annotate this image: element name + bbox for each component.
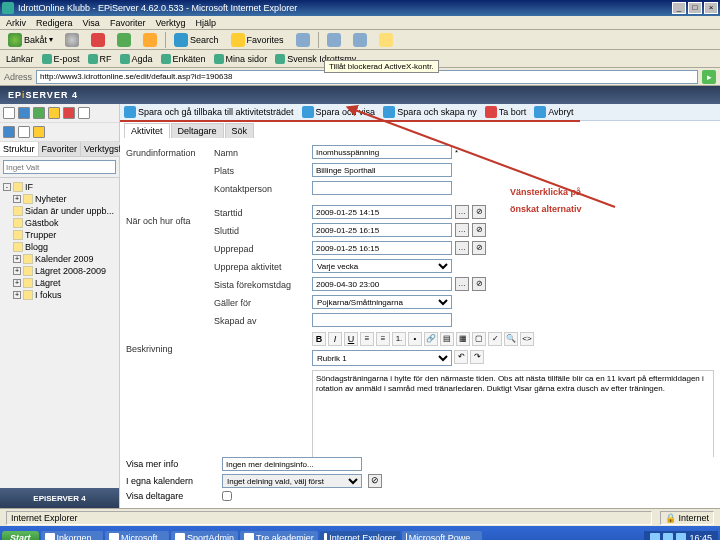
- link-button[interactable]: 🔗: [424, 332, 438, 346]
- recurrence-input[interactable]: [312, 241, 452, 255]
- tool-icon-b[interactable]: [18, 126, 30, 138]
- taskbar-button[interactable]: Microsoft...: [105, 531, 169, 540]
- clear-icon[interactable]: ⊘: [472, 277, 486, 291]
- align-center-button[interactable]: ≡: [376, 332, 390, 346]
- place-input[interactable]: [312, 163, 452, 177]
- tab-structure[interactable]: Struktur: [0, 142, 39, 156]
- contacts-checkbox[interactable]: [222, 491, 232, 501]
- addon-popup[interactable]: Tillåt blockerad ActiveX-kontr.: [324, 60, 439, 73]
- end-input[interactable]: [312, 223, 452, 237]
- table-button[interactable]: ▦: [456, 332, 470, 346]
- minimize-button[interactable]: _: [672, 2, 686, 14]
- taskbar-button[interactable]: Microsoft Powe...: [402, 531, 482, 540]
- date-picker-icon[interactable]: …: [455, 223, 469, 237]
- moreinfo-input[interactable]: [222, 457, 362, 471]
- clear-icon[interactable]: ⊘: [368, 474, 382, 488]
- link-epost[interactable]: E-post: [42, 54, 80, 64]
- undo-button[interactable]: ↶: [454, 350, 468, 364]
- tree-item[interactable]: Sidan är under uppb...: [3, 205, 116, 217]
- tree-item[interactable]: +I fokus: [3, 289, 116, 301]
- history-button[interactable]: [292, 32, 314, 48]
- taskbar-button[interactable]: Tre akademier: [240, 531, 318, 540]
- image-button[interactable]: ▤: [440, 332, 454, 346]
- menu-favorites[interactable]: Favoriter: [110, 18, 146, 28]
- date-picker-icon[interactable]: …: [455, 241, 469, 255]
- clear-icon[interactable]: ⊘: [472, 241, 486, 255]
- tab-participants[interactable]: Deltagare: [171, 123, 224, 138]
- contact-input[interactable]: [312, 181, 452, 195]
- tab-search[interactable]: Sök: [225, 123, 255, 138]
- taskbar-button[interactable]: SportAdmin: [171, 531, 238, 540]
- spellcheck-button[interactable]: ✓: [488, 332, 502, 346]
- repeat-select[interactable]: Varje vecka: [312, 259, 452, 273]
- link-minasidor[interactable]: Mina sidor: [214, 54, 268, 64]
- date-picker-icon[interactable]: …: [455, 205, 469, 219]
- ul-button[interactable]: •: [408, 332, 422, 346]
- tool-new-icon[interactable]: [3, 107, 15, 119]
- back-button[interactable]: Bakåt ▾: [4, 32, 57, 48]
- forward-button[interactable]: [61, 32, 83, 48]
- menu-edit[interactable]: Redigera: [36, 18, 73, 28]
- italic-button[interactable]: I: [328, 332, 342, 346]
- tree-item[interactable]: +Lägret: [3, 277, 116, 289]
- tree-item[interactable]: +Lägret 2008-2009: [3, 265, 116, 277]
- creator-input[interactable]: [312, 313, 452, 327]
- refresh-button[interactable]: [113, 32, 135, 48]
- save-return-button[interactable]: Spara och gå tillbaka till aktivitetsträ…: [124, 106, 294, 118]
- tree-item[interactable]: Blogg: [3, 241, 116, 253]
- tree-item[interactable]: Trupper: [3, 229, 116, 241]
- name-input[interactable]: [312, 145, 452, 159]
- link-rf[interactable]: RF: [88, 54, 112, 64]
- tool-open-icon[interactable]: [18, 107, 30, 119]
- tab-favorites[interactable]: Favoriter: [39, 142, 82, 156]
- link-agda[interactable]: Agda: [120, 54, 153, 64]
- group-select[interactable]: Pojkarna/Småttningarna: [312, 295, 452, 309]
- redo-button[interactable]: ↷: [470, 350, 484, 364]
- tray-icon[interactable]: [650, 533, 660, 540]
- favorites-button[interactable]: Favorites: [227, 32, 288, 48]
- date-picker-icon[interactable]: …: [455, 277, 469, 291]
- bold-button[interactable]: B: [312, 332, 326, 346]
- save-as-button[interactable]: Spara och skapa ny: [383, 106, 477, 118]
- editor-textarea[interactable]: Söndagsträningarna i hylte för den närma…: [312, 370, 714, 457]
- source-button[interactable]: <>: [520, 332, 534, 346]
- delete-button[interactable]: Ta bort: [485, 106, 527, 118]
- start-button[interactable]: Start: [2, 531, 39, 540]
- underline-button[interactable]: U: [344, 332, 358, 346]
- menu-file[interactable]: Arkiv: [6, 18, 26, 28]
- taskbar-button-active[interactable]: Internet Explorer: [320, 531, 400, 540]
- tree-search-input[interactable]: [3, 160, 116, 174]
- tab-activity[interactable]: Aktivitet: [124, 123, 170, 138]
- tool-delete-icon[interactable]: [63, 107, 75, 119]
- tree-item[interactable]: +Kalender 2009: [3, 253, 116, 265]
- tool-icon-a[interactable]: [3, 126, 15, 138]
- go-button[interactable]: ▸: [702, 70, 716, 84]
- align-left-button[interactable]: ≡: [360, 332, 374, 346]
- style-select[interactable]: Rubrik 1: [312, 350, 452, 366]
- maximize-button[interactable]: □: [688, 2, 702, 14]
- save-view-button[interactable]: Spara och visa: [302, 106, 376, 118]
- tree-root[interactable]: -IF: [3, 181, 116, 193]
- menu-view[interactable]: Visa: [83, 18, 100, 28]
- taskbar-button[interactable]: Inkorgen...: [41, 531, 104, 540]
- print-button[interactable]: [349, 32, 371, 48]
- approval-select[interactable]: Inget delning vald, välj först: [222, 474, 362, 488]
- menu-help[interactable]: Hjälp: [195, 18, 216, 28]
- tool-refresh-icon[interactable]: [78, 107, 90, 119]
- stop-button[interactable]: [87, 32, 109, 48]
- menu-tools[interactable]: Verktyg: [155, 18, 185, 28]
- form-button[interactable]: ▢: [472, 332, 486, 346]
- tool-icon-c[interactable]: [33, 126, 45, 138]
- toggle-icon[interactable]: -: [3, 183, 11, 191]
- tray-icon[interactable]: [676, 533, 686, 540]
- cancel-button[interactable]: Avbryt: [534, 106, 573, 118]
- repeat-end-input[interactable]: [312, 277, 452, 291]
- tool-save-icon[interactable]: [33, 107, 45, 119]
- close-button[interactable]: ×: [704, 2, 718, 14]
- edit-button[interactable]: [375, 32, 397, 48]
- find-button[interactable]: 🔍: [504, 332, 518, 346]
- tray-icon[interactable]: [663, 533, 673, 540]
- link-enkaten[interactable]: Enkäten: [161, 54, 206, 64]
- tree-item[interactable]: +Nyheter: [3, 193, 116, 205]
- search-button[interactable]: Search: [170, 32, 223, 48]
